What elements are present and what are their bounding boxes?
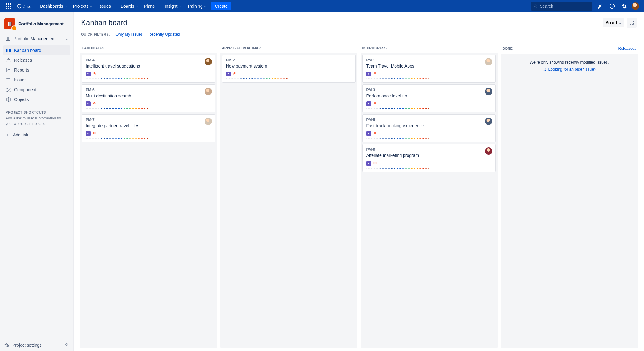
main-content: Kanban board Board ⌄ QUICK FILTERS: Only… bbox=[74, 12, 644, 351]
assignee-avatar[interactable] bbox=[205, 58, 212, 65]
column-body[interactable]: PM-2New payment system bbox=[220, 53, 357, 348]
topmenu-insight[interactable]: Insight⌄ bbox=[162, 2, 183, 10]
release-link[interactable]: Release... bbox=[618, 46, 636, 51]
help-icon[interactable]: ? bbox=[607, 1, 617, 11]
epic-type-icon bbox=[86, 131, 91, 136]
sidebar-item-issues[interactable]: Issues bbox=[3, 75, 70, 85]
settings-icon[interactable] bbox=[619, 1, 629, 11]
card-footer bbox=[86, 72, 211, 76]
sidebar-nav: Kanban boardReleasesReportsIssuesCompone… bbox=[0, 44, 73, 107]
card-title: Affeliate marketing program bbox=[366, 153, 492, 158]
topmenu-training[interactable]: Training⌄ bbox=[185, 2, 209, 10]
sidebar-item-kanban-board[interactable]: Kanban board bbox=[3, 45, 70, 55]
topmenu-issues[interactable]: Issues⌄ bbox=[96, 2, 117, 10]
topmenu-dashboards[interactable]: Dashboards⌄ bbox=[37, 2, 69, 10]
priority-icon bbox=[373, 131, 377, 136]
svg-rect-19 bbox=[8, 49, 9, 52]
project-settings-label: Project settings bbox=[12, 343, 42, 348]
header-actions: Board ⌄ bbox=[603, 18, 637, 28]
progress-dots bbox=[366, 138, 492, 139]
progress-dots bbox=[86, 108, 211, 109]
search-box[interactable] bbox=[531, 2, 592, 11]
card-key: PM-2 bbox=[226, 58, 352, 62]
svg-point-22 bbox=[6, 80, 7, 80]
fullscreen-button[interactable] bbox=[627, 18, 637, 28]
column-title: DONE bbox=[502, 47, 513, 50]
project-settings-link[interactable]: Project settings bbox=[4, 343, 42, 348]
column-in-progress: IN PROGRESSPM-1Team Travel Mobile AppsPM… bbox=[361, 44, 498, 348]
svg-rect-4 bbox=[8, 6, 9, 7]
svg-point-26 bbox=[10, 88, 10, 89]
filter-recently-updated[interactable]: Recently Updated bbox=[148, 32, 180, 37]
assignee-avatar[interactable] bbox=[205, 88, 212, 95]
add-link-button[interactable]: ＋ Add link bbox=[0, 130, 73, 140]
card-key: PM-8 bbox=[366, 147, 492, 152]
svg-rect-15 bbox=[6, 37, 7, 41]
card-pm-1[interactable]: PM-1Team Travel Mobile Apps bbox=[362, 55, 496, 83]
sidebar-item-reports[interactable]: Reports bbox=[3, 65, 70, 75]
project-icon bbox=[4, 18, 15, 29]
card-pm-5[interactable]: PM-5Fast-track booking experience bbox=[362, 114, 496, 142]
board-dropdown[interactable]: Board ⌄ bbox=[603, 18, 624, 27]
column-title: CANDIDATES bbox=[82, 46, 104, 50]
priority-icon bbox=[373, 161, 377, 166]
search-icon bbox=[542, 67, 547, 72]
sidebar-item-objects[interactable]: Objects bbox=[3, 95, 70, 104]
quick-filters: QUICK FILTERS: Only My IssuesRecently Up… bbox=[74, 28, 644, 37]
card-title: Multi-destination search bbox=[86, 93, 211, 98]
jira-logo[interactable]: Jira bbox=[14, 3, 34, 9]
topmenu-plans[interactable]: Plans⌄ bbox=[142, 2, 161, 10]
notifications-icon[interactable] bbox=[595, 1, 605, 11]
card-pm-8[interactable]: PM-8Affeliate marketing program bbox=[362, 144, 496, 172]
card-title: Integrate partner travel sites bbox=[86, 123, 211, 128]
sidebar-section-label: Portfolio Management bbox=[14, 36, 56, 41]
card-title: Team Travel Mobile Apps bbox=[366, 64, 492, 68]
column-title: IN PROGRESS bbox=[362, 46, 387, 50]
kanban-board: CANDIDATESPM-4Intelligent travel suggest… bbox=[74, 41, 644, 351]
svg-point-29 bbox=[543, 68, 545, 70]
card-pm-3[interactable]: PM-3Performance level-up bbox=[362, 84, 496, 112]
topmenu-boards[interactable]: Boards⌄ bbox=[118, 2, 140, 10]
collapse-sidebar-icon[interactable] bbox=[64, 342, 69, 348]
list-icon bbox=[6, 77, 11, 82]
epic-type-icon bbox=[366, 72, 371, 76]
chevron-down-icon: ⌄ bbox=[135, 5, 138, 8]
svg-point-27 bbox=[7, 91, 8, 92]
svg-rect-0 bbox=[6, 3, 7, 5]
card-footer bbox=[86, 101, 211, 106]
card-pm-2[interactable]: PM-2New payment system bbox=[222, 55, 356, 83]
svg-rect-3 bbox=[6, 6, 7, 7]
sidebar-item-label: Reports bbox=[14, 68, 29, 72]
user-avatar[interactable] bbox=[632, 2, 639, 10]
filter-only-my-issues[interactable]: Only My Issues bbox=[115, 32, 143, 37]
card-key: PM-3 bbox=[366, 88, 492, 92]
sidebar-item-label: Releases bbox=[14, 58, 32, 63]
sidebar-item-components[interactable]: Components bbox=[3, 85, 70, 95]
board-dropdown-label: Board bbox=[606, 20, 617, 25]
sidebar-collapse-toggle[interactable]: Portfolio Management ⌄ bbox=[3, 34, 70, 43]
app-switcher-icon[interactable] bbox=[5, 2, 12, 10]
card-footer bbox=[366, 72, 492, 76]
column-body[interactable]: PM-1Team Travel Mobile AppsPM-3Performan… bbox=[361, 53, 498, 348]
done-message: We're only showing recently modified iss… bbox=[504, 60, 635, 64]
card-key: PM-4 bbox=[86, 58, 211, 62]
epic-type-icon bbox=[86, 72, 91, 76]
sidebar-item-releases[interactable]: Releases bbox=[3, 55, 70, 65]
create-button[interactable]: Create bbox=[211, 2, 231, 10]
topmenu-projects[interactable]: Projects⌄ bbox=[71, 2, 95, 10]
progress-dots bbox=[366, 168, 492, 169]
fullscreen-icon bbox=[630, 21, 634, 25]
svg-point-28 bbox=[10, 91, 10, 92]
card-pm-6[interactable]: PM-6Multi-destination search bbox=[82, 84, 215, 112]
older-issue-link[interactable]: Looking for an older issue? bbox=[542, 67, 596, 72]
assignee-avatar[interactable] bbox=[205, 118, 212, 125]
search-input[interactable] bbox=[540, 4, 590, 9]
card-pm-4[interactable]: PM-4Intelligent travel suggestions bbox=[82, 55, 215, 83]
progress-dots bbox=[86, 138, 211, 139]
card-title: Intelligent travel suggestions bbox=[86, 64, 211, 68]
svg-rect-14 bbox=[9, 22, 12, 27]
priority-icon bbox=[92, 72, 96, 76]
column-body[interactable]: PM-4Intelligent travel suggestionsPM-6Mu… bbox=[80, 53, 217, 348]
progress-dots bbox=[86, 78, 211, 79]
card-pm-7[interactable]: PM-7Integrate partner travel sites bbox=[82, 114, 215, 142]
